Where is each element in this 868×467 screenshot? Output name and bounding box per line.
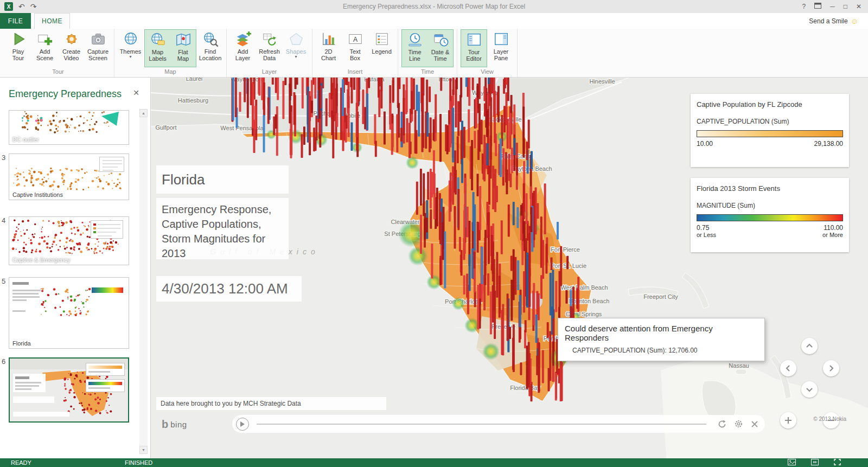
thumb-textbox-decoration xyxy=(13,374,46,392)
tour-editor-button[interactable]: Tour Editor xyxy=(461,30,487,67)
date-time-button[interactable]: Date & Time xyxy=(427,30,453,67)
add-layer-label: Add Layer xyxy=(235,48,251,61)
text-box-label: Text Box xyxy=(349,48,360,61)
timeline-loop-icon[interactable] xyxy=(716,418,728,430)
zoom-in-button[interactable] xyxy=(780,412,796,428)
scene-credit-box[interactable]: Data here brought to you by MCH Strategi… xyxy=(156,397,386,410)
scene-description-box[interactable]: Emergency Response, Captive Populations,… xyxy=(156,198,289,259)
map-canvas[interactable]: LaurelWaynesboroHattiesburgPrichardMobil… xyxy=(151,78,868,458)
layer-pane-button[interactable]: Layer Pane xyxy=(488,29,514,66)
find-location-label: Find Location xyxy=(199,48,222,61)
undo-icon[interactable]: ↶ xyxy=(18,3,25,10)
ribbon-group-caption-map: Map xyxy=(117,68,224,76)
tour-title: Emergency Preparedness xyxy=(9,88,122,100)
themes-button[interactable]: Themes ▾ xyxy=(118,29,143,66)
legend-captive-population[interactable]: Captive Population by FL Zipcode CAPTIVE… xyxy=(691,94,849,167)
scene-number: 3 xyxy=(2,153,5,162)
tab-home[interactable]: HOME xyxy=(34,13,70,29)
scroll-up-icon[interactable]: ▲ xyxy=(139,109,148,117)
add-scene-button[interactable]: Add Scene xyxy=(32,29,58,66)
tab-file[interactable]: FILE xyxy=(0,13,31,29)
scene-thumbnail-2[interactable]: Captive Institutions xyxy=(9,153,129,200)
window-title: Emergency Preparedness.xlsx - Microsoft … xyxy=(0,3,868,10)
legend-button[interactable]: Legend xyxy=(369,29,394,66)
tour-pane-close-icon[interactable]: ✕ xyxy=(133,88,139,97)
close-button[interactable]: ✕ xyxy=(856,3,861,10)
play-tour-label: Play Tour xyxy=(12,48,24,61)
thumb-legend-decoration xyxy=(99,157,124,172)
help-icon[interactable]: ? xyxy=(802,3,806,10)
ribbon-group-view: Tour Editor Layer Pane View xyxy=(457,29,518,77)
pan-left-button[interactable] xyxy=(780,360,796,376)
legend-icon xyxy=(373,30,391,48)
maximize-button[interactable]: □ xyxy=(844,3,847,10)
map-label: Freeport City xyxy=(643,293,678,300)
window-controls: ? ─ □ ✕ xyxy=(802,3,868,10)
map-label: Florida Bay xyxy=(510,385,540,391)
map-labels-button[interactable]: Map Labels xyxy=(145,30,170,67)
fit-to-window-icon[interactable] xyxy=(811,459,819,466)
thumb-legend2-decoration xyxy=(86,379,125,392)
legend-max: 110.00 xyxy=(822,224,843,232)
shapes-caret-icon: ▾ xyxy=(295,55,297,59)
minimize-button[interactable]: ─ xyxy=(830,3,835,10)
map-label: West Palm Beach xyxy=(560,284,608,291)
timeline-scrubber[interactable] xyxy=(257,424,706,425)
play-tour-button[interactable]: Play Tour xyxy=(5,29,31,66)
create-video-button[interactable]: Create Video xyxy=(59,29,84,66)
thumb-datebox-decoration xyxy=(13,396,54,403)
map-toggle-group: Map Labels Flat Map xyxy=(144,29,196,67)
scene-thumbnail-5-selected[interactable] xyxy=(9,357,129,423)
shapes-button[interactable]: Shapes ▾ xyxy=(283,29,309,66)
bing-b-icon: b xyxy=(162,418,168,431)
ribbon-group-insert: 2D Chart A Text Box Legend Insert xyxy=(312,29,398,77)
text-box-button[interactable]: A Text Box xyxy=(342,29,368,66)
pan-up-button[interactable] xyxy=(801,338,818,354)
send-a-smile-button[interactable]: Send a Smile ☺ xyxy=(809,17,858,25)
tour-editor-pane: Emergency Preparedness ✕ 3 4 5 6 DC outl… xyxy=(0,78,151,458)
add-layer-icon xyxy=(234,30,252,48)
ribbon-group-layer: Add Layer Refresh Data Shapes ▾ Layer xyxy=(227,29,312,77)
timeline-close-icon[interactable] xyxy=(749,418,761,430)
scene-datetime-box[interactable]: 4/30/2013 12:00 AM xyxy=(156,276,302,302)
slideshow-view-icon[interactable] xyxy=(788,459,796,466)
refresh-data-button[interactable]: Refresh Data xyxy=(257,29,282,66)
legend-label: Legend xyxy=(372,48,392,55)
fullscreen-icon[interactable] xyxy=(834,459,841,466)
bing-logo: b bing xyxy=(162,418,187,431)
capture-screen-button[interactable]: Capture Screen xyxy=(85,29,111,66)
find-location-button[interactable]: Find Location xyxy=(197,29,223,66)
timeline-play-button[interactable] xyxy=(236,418,249,431)
scene-thumbnail-4[interactable]: Florida xyxy=(9,277,129,349)
view-toggle-group: Tour Editor xyxy=(461,29,487,67)
excel-icon: X xyxy=(4,2,13,11)
map-copyright: © 2013 Nokia xyxy=(813,416,846,422)
find-location-icon xyxy=(201,30,220,48)
ribbon-group-caption-tour: Tour xyxy=(5,68,111,76)
legend-max: 29,138.00 xyxy=(814,140,843,148)
scene-thumbnail-1[interactable]: DC outlier xyxy=(9,110,129,145)
add-layer-button[interactable]: Add Layer xyxy=(230,29,256,66)
pan-right-button[interactable] xyxy=(823,360,839,376)
ribbon-options-icon[interactable] xyxy=(814,3,821,10)
thumb-text-decoration xyxy=(12,282,45,322)
2d-chart-button[interactable]: 2D Chart xyxy=(316,29,341,66)
scroll-down-icon[interactable]: ▼ xyxy=(139,446,148,454)
smiley-icon: ☺ xyxy=(851,17,858,25)
svg-text:A: A xyxy=(353,36,358,43)
tour-pane-scrollbar[interactable]: ▲ ▼ xyxy=(139,109,148,454)
time-line-button[interactable]: Time Line xyxy=(402,30,427,67)
timeline-settings-gear-icon[interactable] xyxy=(732,418,744,430)
legend-storm-magnitude[interactable]: Florida 2013 Storm Events MAGNITUDE (Sum… xyxy=(691,178,849,252)
bahama-bank xyxy=(661,360,868,458)
data-point-tooltip: Could deserve attention from Emergency R… xyxy=(558,318,765,361)
status-finished: FINISHED xyxy=(125,459,152,466)
scene-thumbnail-3[interactable]: Captive & Emergency xyxy=(9,216,129,265)
map-labels-icon xyxy=(149,31,167,48)
flat-map-button[interactable]: Flat Map xyxy=(170,30,196,67)
redo-icon[interactable]: ↷ xyxy=(30,3,37,10)
themes-icon xyxy=(122,30,140,48)
status-bar: READY FINISHED xyxy=(0,458,868,467)
scene-title-box[interactable]: Florida xyxy=(156,165,289,194)
pan-down-button[interactable] xyxy=(801,381,818,398)
